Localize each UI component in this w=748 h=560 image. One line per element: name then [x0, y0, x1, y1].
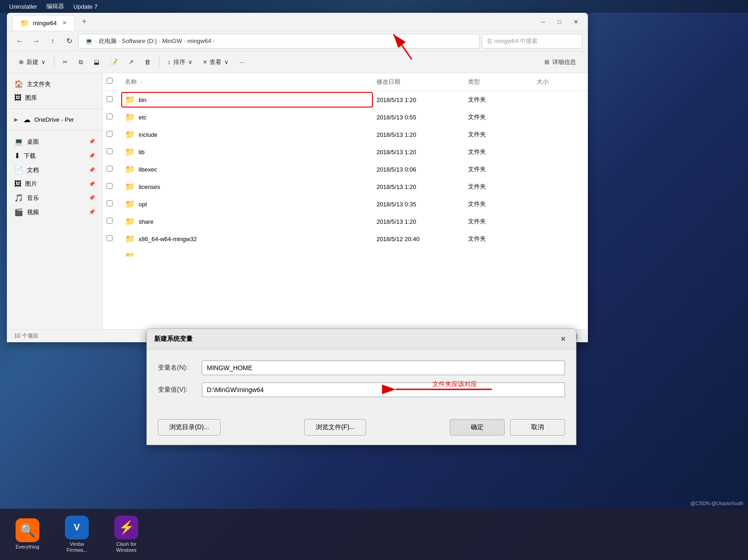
file-row[interactable]: 📁 libexec 2018/5/13 0:06 文件夹 [103, 161, 588, 178]
row-checkbox[interactable] [103, 232, 121, 245]
close-button[interactable]: ✕ [570, 16, 582, 28]
maximize-button[interactable]: □ [553, 16, 566, 28]
file-modified: 2018/5/13 0:35 [373, 198, 464, 210]
file-row[interactable]: 📁 etc 2018/5/13 0:55 文件夹 [103, 108, 588, 126]
file-row[interactable]: 📁 include 2018/5/13 1:20 文件夹 [103, 126, 588, 143]
sidebar-item-pictures[interactable]: 🖼 图片 📌 [7, 177, 102, 191]
folder-icon-0: 📁 [125, 95, 135, 105]
file-row-partial[interactable]: 📁 ... [103, 248, 588, 257]
sidebar-item-documents[interactable]: 📄 文档 📌 [7, 163, 102, 177]
row-checkbox[interactable] [103, 93, 121, 106]
row-select[interactable] [107, 218, 113, 224]
sidebar-divider-1 [7, 108, 102, 109]
downloads-icon: ⬇ [14, 151, 20, 160]
file-name: lib [139, 149, 145, 156]
share-button[interactable]: ↗ [124, 56, 138, 68]
details-button[interactable]: ⊞ 详细信息 [540, 55, 581, 69]
home-icon: 🏠 [14, 80, 23, 88]
row-select[interactable] [107, 96, 113, 102]
ok-button[interactable]: 确定 [450, 419, 505, 436]
row-select[interactable] [107, 200, 113, 206]
row-select[interactable] [107, 183, 113, 189]
var-name-input[interactable]: MINGW_HOME [202, 361, 565, 375]
breadcrumb-mingw[interactable]: MinGW [162, 38, 182, 44]
row-checkbox[interactable] [103, 180, 121, 193]
search-box[interactable]: 在 mingw64 中搜索 [482, 34, 582, 48]
copy-button[interactable]: ⧉ [74, 56, 87, 69]
file-row[interactable]: 📁 share 2018/5/13 1:20 文件夹 [103, 213, 588, 230]
header-type[interactable]: 类型 [464, 76, 533, 88]
row-select[interactable] [107, 166, 113, 172]
paste-button[interactable]: ⬓ [89, 56, 104, 68]
file-row[interactable]: 📁 opt 2018/5/13 0:35 文件夹 [103, 195, 588, 213]
everything-label: Everything [16, 544, 39, 550]
sidebar-item-desktop[interactable]: 💻 桌面 📌 [7, 135, 102, 149]
row-checkbox[interactable] [103, 163, 121, 176]
sidebar-item-gallery[interactable]: 🖼 图库 [7, 91, 102, 105]
menu-item-editor[interactable]: 编辑器 [46, 2, 64, 11]
file-size [533, 184, 588, 189]
sort-button[interactable]: ↕ 排序 ∨ [163, 55, 197, 69]
sidebar-item-home[interactable]: 🏠 主文件夹 [7, 77, 102, 91]
tab-title: mingw64 [33, 20, 57, 27]
refresh-button[interactable]: ↻ [62, 34, 76, 48]
minimize-button[interactable]: ─ [537, 16, 549, 28]
explorer-tab[interactable]: 📁 mingw64 ✕ [12, 15, 75, 31]
header-checkbox[interactable] [103, 76, 121, 88]
row-checkbox[interactable] [103, 128, 121, 141]
up-button[interactable]: ↑ [45, 34, 60, 48]
back-button[interactable]: ← [12, 34, 27, 48]
sidebar-item-onedrive[interactable]: ▶ ☁ OneDrive - Per [7, 113, 102, 127]
breadcrumb-mingw64[interactable]: mingw64 [188, 38, 211, 44]
row-checkbox[interactable] [103, 111, 121, 124]
header-modified[interactable]: 修改日期 [373, 76, 464, 88]
forward-button[interactable]: → [29, 34, 43, 48]
sidebar-item-downloads[interactable]: ⬇ 下载 📌 [7, 149, 102, 163]
cancel-button[interactable]: 取消 [510, 419, 565, 436]
new-button[interactable]: ⊕ 新建 ∨ [14, 55, 50, 69]
header-name[interactable]: 名称 ↑ [121, 76, 373, 88]
file-row[interactable]: 📁 bin 2018/5/13 1:20 文件夹 [103, 91, 588, 108]
watermark: @CSDN-@UlopiaYouth [690, 501, 743, 506]
clash-label: Clash forWindows [116, 541, 137, 553]
browse-dir-button[interactable]: 浏览目录(D)... [158, 419, 221, 436]
cut-button[interactable]: ✂ [58, 56, 72, 68]
menu-item-uninstaller[interactable]: Uninstaller [9, 3, 37, 10]
row-select[interactable] [107, 113, 113, 119]
address-bar[interactable]: 💻 › 此电脑 › Software (D:) › MinGW › mingw6… [78, 34, 480, 48]
file-list[interactable]: 名称 ↑ 修改日期 类型 大小 📁 bin 2018/5/13 1:20 文件夹… [103, 73, 588, 329]
toolbar-divider-1 [54, 57, 54, 68]
row-select[interactable] [107, 235, 113, 241]
row-select[interactable] [107, 131, 113, 137]
toolbar: ⊕ 新建 ∨ ✂ ⧉ ⬓ 📝 ↗ 🗑 ↕ 排序 ∨ ≡ 查看 [7, 51, 588, 73]
file-row[interactable]: 📁 licenses 2018/5/13 1:20 文件夹 [103, 178, 588, 195]
view-button[interactable]: ≡ 查看 ∨ [199, 55, 234, 69]
row-checkbox[interactable] [103, 145, 121, 158]
more-button[interactable]: ··· [235, 56, 249, 68]
taskbar-item-clash[interactable]: ⚡ Clash forWindows [103, 512, 149, 557]
browse-file-button[interactable]: 浏览文件(F)... [304, 419, 366, 436]
paste-icon: ⬓ [94, 59, 99, 65]
view-label: 查看 [210, 58, 221, 66]
breadcrumb-computer[interactable]: 此电脑 [99, 37, 117, 45]
taskbar-item-everything[interactable]: 🔍 Everything [5, 515, 50, 554]
menu-item-update[interactable]: Update 7 [73, 3, 97, 10]
sidebar-item-music[interactable]: 🎵 音乐 📌 [7, 191, 102, 205]
breadcrumb-drive[interactable]: Software (D:) [122, 38, 157, 44]
row-checkbox[interactable] [103, 215, 121, 228]
tab-close-btn[interactable]: ✕ [62, 20, 67, 26]
file-size [533, 167, 588, 172]
row-select[interactable] [107, 148, 113, 154]
delete-button[interactable]: 🗑 [140, 56, 155, 68]
new-tab-button[interactable]: + [78, 15, 91, 28]
header-size[interactable]: 大小 [533, 76, 588, 88]
file-row[interactable]: 📁 lib 2018/5/13 1:20 文件夹 [103, 143, 588, 161]
select-all-checkbox[interactable] [107, 78, 113, 84]
onedrive-icon: ☁ [23, 115, 31, 124]
taskbar-item-vimba[interactable]: V VimbaFirmwa... [54, 512, 100, 557]
dialog-close-button[interactable]: ✕ [558, 334, 569, 345]
rename-button[interactable]: 📝 [106, 56, 122, 68]
row-checkbox[interactable] [103, 198, 121, 210]
sidebar-item-videos[interactable]: 🎬 视频 📌 [7, 205, 102, 219]
file-row[interactable]: 📁 x86_64-w64-mingw32 2018/5/12 20:40 文件夹 [103, 230, 588, 248]
